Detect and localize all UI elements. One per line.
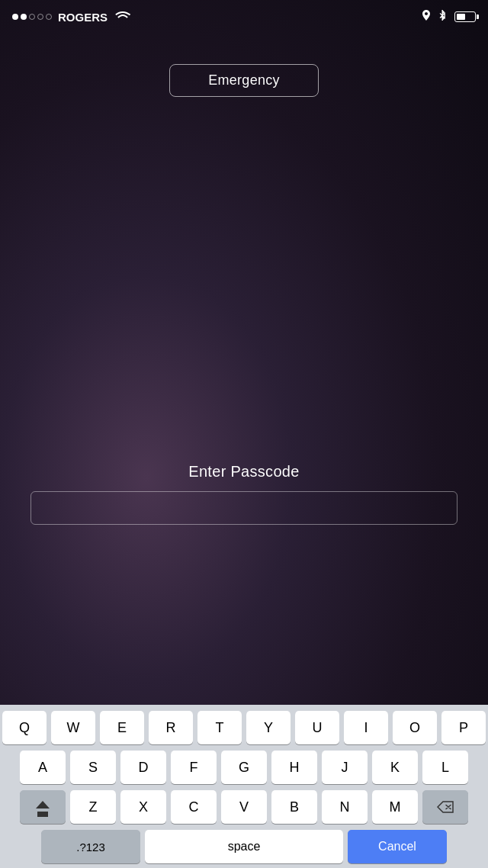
key-d[interactable]: D [120, 751, 166, 784]
key-r[interactable]: R [149, 711, 193, 744]
signal-dot-4 [37, 14, 43, 20]
passcode-input[interactable] [30, 491, 458, 525]
bluetooth-icon [438, 10, 448, 24]
key-a[interactable]: A [20, 751, 66, 784]
backspace-key[interactable] [422, 790, 468, 824]
key-s[interactable]: S [70, 751, 116, 784]
key-n[interactable]: N [322, 790, 368, 824]
key-z[interactable]: Z [70, 790, 116, 824]
key-h[interactable]: H [271, 751, 317, 784]
key-e[interactable]: E [100, 711, 144, 744]
keyboard-row-3: Z X C V B N M [2, 790, 486, 824]
key-t[interactable]: T [197, 711, 242, 744]
emergency-button[interactable]: Emergency [169, 64, 319, 97]
key-j[interactable]: J [322, 751, 368, 784]
shift-key[interactable] [20, 790, 66, 824]
status-left: ROGERS [12, 11, 129, 24]
key-b[interactable]: B [271, 790, 317, 824]
battery-fill [457, 14, 465, 20]
location-icon [421, 10, 432, 24]
key-p[interactable]: P [441, 711, 486, 744]
keyboard: Q W E R T Y U I O P A S D F G H J K L Z … [0, 705, 488, 868]
signal-dot-3 [29, 14, 35, 20]
battery-icon [454, 11, 476, 22]
key-g[interactable]: G [221, 751, 267, 784]
key-c[interactable]: C [171, 790, 217, 824]
main-content: Emergency [0, 34, 488, 97]
key-v[interactable]: V [221, 790, 267, 824]
signal-dots [12, 14, 52, 20]
passcode-section: Enter Passcode [0, 463, 488, 525]
symbols-key[interactable]: .?123 [41, 830, 140, 863]
key-l[interactable]: L [422, 751, 468, 784]
key-w[interactable]: W [51, 711, 95, 744]
status-right [421, 10, 476, 24]
space-key[interactable]: space [145, 830, 343, 863]
key-i[interactable]: I [344, 711, 388, 744]
carrier-name: ROGERS [58, 11, 108, 24]
wifi-icon [115, 11, 129, 22]
key-m[interactable]: M [372, 790, 418, 824]
signal-dot-2 [21, 14, 27, 20]
status-bar: ROGERS [0, 0, 488, 34]
key-f[interactable]: F [171, 751, 217, 784]
signal-dot-1 [12, 14, 18, 20]
key-k[interactable]: K [372, 751, 418, 784]
keyboard-row-1: Q W E R T Y U I O P [2, 711, 486, 744]
key-y[interactable]: Y [246, 711, 291, 744]
keyboard-row-bottom: .?123 space Cancel [2, 830, 486, 863]
passcode-label: Enter Passcode [188, 463, 299, 481]
keyboard-row-2: A S D F G H J K L [2, 751, 486, 784]
key-u[interactable]: U [295, 711, 339, 744]
signal-dot-5 [46, 14, 52, 20]
key-x[interactable]: X [120, 790, 166, 824]
key-o[interactable]: O [393, 711, 437, 744]
cancel-key[interactable]: Cancel [348, 830, 447, 863]
key-q[interactable]: Q [2, 711, 47, 744]
